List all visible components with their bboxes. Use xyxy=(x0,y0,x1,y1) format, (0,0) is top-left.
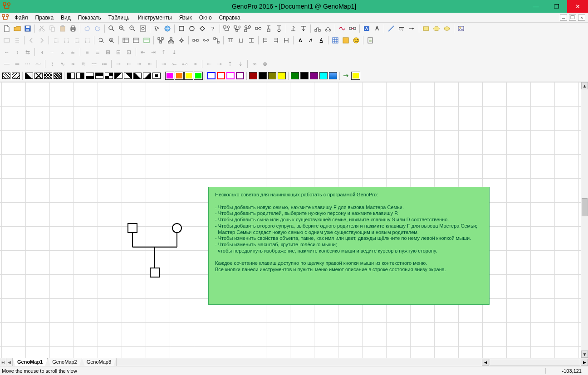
r4-2[interactable]: ═ xyxy=(12,59,22,69)
quarter-tl[interactable] xyxy=(114,71,123,81)
snap-button[interactable] xyxy=(341,35,351,45)
highlight-yellow[interactable] xyxy=(351,71,360,81)
r4-15[interactable]: ⊸ xyxy=(159,59,169,69)
r3-1[interactable]: ↔ xyxy=(2,47,12,57)
grid-button[interactable] xyxy=(330,35,340,45)
new-daughter-button[interactable] xyxy=(274,24,284,34)
scroll-thumb[interactable] xyxy=(582,198,588,216)
r4-7[interactable]: ≈ xyxy=(68,59,78,69)
canvas[interactable]: Несколько советов для начинающих работат… xyxy=(0,82,588,358)
redo-button[interactable] xyxy=(93,24,103,34)
r4-18[interactable]: ⧞ xyxy=(190,59,200,69)
r4-14[interactable]: ⤜ xyxy=(145,59,155,69)
new-male-button[interactable] xyxy=(176,24,186,34)
r3-8[interactable]: ≡ xyxy=(82,47,92,57)
color-pink[interactable] xyxy=(235,71,245,81)
add-twins-2-button[interactable] xyxy=(323,24,333,34)
minimize-button[interactable]: — xyxy=(525,0,546,13)
r3-7[interactable]: ⫨ xyxy=(68,47,78,57)
hint-box[interactable]: Несколько советов для начинающих работат… xyxy=(208,187,490,305)
hyperlink-button[interactable] xyxy=(162,24,172,34)
half-right[interactable] xyxy=(76,71,85,81)
nav-right-button[interactable] xyxy=(37,35,47,45)
mdi-close[interactable]: × xyxy=(578,15,585,21)
sibling-e-button[interactable] xyxy=(271,35,281,45)
new-female-button[interactable] xyxy=(187,24,197,34)
r2-btn-6[interactable]: ⬚ xyxy=(61,35,71,45)
save-button[interactable] xyxy=(23,24,33,34)
sibling-d-button[interactable] xyxy=(260,35,270,45)
color-black[interactable] xyxy=(258,71,267,81)
report-button[interactable] xyxy=(365,35,375,45)
r2-btn-8[interactable]: ⬚ xyxy=(82,35,92,45)
color-green[interactable] xyxy=(194,71,203,81)
draw-line-button[interactable] xyxy=(386,24,396,34)
color-darkgreen[interactable] xyxy=(290,71,299,81)
r4-12[interactable]: ⤚ xyxy=(124,59,134,69)
menu-file[interactable]: Файл xyxy=(11,13,32,22)
close-button[interactable]: ✕ xyxy=(567,0,588,13)
table-people-button[interactable] xyxy=(121,35,131,45)
link-child-button[interactable] xyxy=(299,24,309,34)
r3-10[interactable]: ⊞ xyxy=(103,47,113,57)
r4-19[interactable]: ⇠ xyxy=(204,59,214,69)
r4-6[interactable]: ∿ xyxy=(58,59,68,69)
line-style-button[interactable] xyxy=(397,24,407,34)
new-son-button[interactable] xyxy=(264,24,274,34)
draw-rect-button[interactable] xyxy=(421,24,431,34)
mdi-minimize[interactable]: – xyxy=(560,15,567,21)
pattern-dblx[interactable] xyxy=(44,71,53,81)
menu-tools[interactable]: Инструменты xyxy=(134,13,176,22)
undo-button[interactable] xyxy=(82,24,92,34)
r3-2[interactable]: ↕ xyxy=(12,47,22,57)
text-label-button[interactable]: A xyxy=(362,24,372,34)
r4-3[interactable]: ⋯ xyxy=(23,59,33,69)
color-yellow2[interactable] xyxy=(277,71,286,81)
new-parents-button[interactable] xyxy=(243,24,253,34)
r4-16[interactable]: ⟜ xyxy=(169,59,179,69)
font-underline-button[interactable]: A xyxy=(316,35,326,45)
tab-nav-prev[interactable]: ◀ xyxy=(6,358,13,366)
color-purple2[interactable] xyxy=(309,71,318,81)
r4-13[interactable]: ⤛ xyxy=(134,59,144,69)
social-rel-button[interactable] xyxy=(348,24,358,34)
arrow-right-icon[interactable] xyxy=(342,71,351,81)
menu-window[interactable]: Окно xyxy=(196,13,216,22)
r4-11[interactable]: ⤙ xyxy=(113,59,123,69)
menu-tables[interactable]: Таблицы xyxy=(105,13,134,22)
maximize-button[interactable]: ❐ xyxy=(546,0,567,13)
tree-up-button[interactable] xyxy=(156,35,166,45)
r4-10[interactable]: ⩶ xyxy=(99,59,109,69)
vertical-scrollbar[interactable]: ▲ ▼ xyxy=(581,82,588,358)
tree-d-button[interactable] xyxy=(201,35,211,45)
insert-image-button[interactable] xyxy=(456,24,466,34)
r4-20[interactable]: ⇢ xyxy=(215,59,225,69)
quarter-bl[interactable] xyxy=(133,71,142,81)
menu-help[interactable]: Справка xyxy=(216,13,244,22)
hscroll-right[interactable]: ▶ xyxy=(581,359,588,366)
quarter-br[interactable] xyxy=(142,71,152,81)
color-red[interactable] xyxy=(216,71,225,81)
color-cyan[interactable] xyxy=(319,71,328,81)
emoji-button[interactable] xyxy=(351,35,361,45)
color-black2[interactable] xyxy=(300,71,309,81)
half-bottom[interactable] xyxy=(95,71,104,81)
menu-language[interactable]: Язык xyxy=(176,13,196,22)
r3-5[interactable]: ⫟ xyxy=(47,47,57,57)
color-blue2[interactable] xyxy=(328,71,338,81)
pattern-x[interactable] xyxy=(34,71,43,81)
tab-genomap2[interactable]: GenoMap2 xyxy=(48,358,82,366)
mdi-restore[interactable]: ❐ xyxy=(569,15,576,21)
half-left[interactable] xyxy=(66,71,75,81)
sibling-c-button[interactable] xyxy=(246,35,256,45)
tree-e-button[interactable] xyxy=(211,35,221,45)
text-button[interactable]: A xyxy=(372,24,382,34)
sibling-b-button[interactable] xyxy=(236,35,246,45)
zoom-b-button[interactable]: 1 xyxy=(107,35,117,45)
hscroll-track[interactable] xyxy=(490,359,580,366)
tab-genomap1[interactable]: GenoMap1 xyxy=(13,358,48,366)
add-twins-button[interactable] xyxy=(313,24,323,34)
r3-14[interactable]: ⇥ xyxy=(148,47,158,57)
emotional-rel-button[interactable] xyxy=(337,24,347,34)
print-button[interactable] xyxy=(68,24,78,34)
